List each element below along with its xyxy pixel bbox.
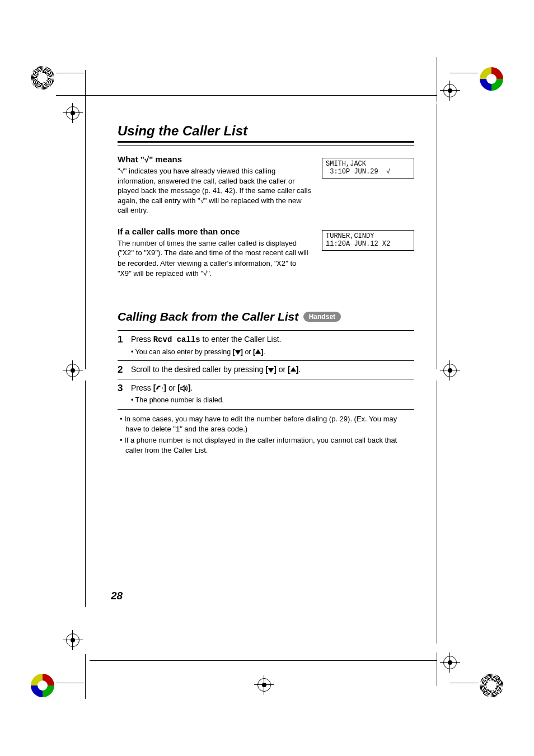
text: or xyxy=(277,365,288,374)
text: " to " xyxy=(132,248,147,257)
crop-mark-bottom-right-rosette xyxy=(480,674,503,697)
key-label: Rcvd calls xyxy=(153,335,200,344)
note-2: • If a phone number is not displayed in … xyxy=(118,435,414,456)
checkmark-symbol: √ xyxy=(144,154,149,164)
text: Press xyxy=(131,383,153,392)
reg-mark-mid-right xyxy=(443,364,457,377)
crop-line xyxy=(85,104,86,369)
lcd-line: SMITH,JACK xyxy=(326,160,366,168)
code-text: X2 xyxy=(277,260,286,268)
crop-line xyxy=(56,683,84,683)
up-arrow-icon xyxy=(255,348,261,356)
multi-heading: If a caller calls more than once xyxy=(118,227,312,236)
text: • You can also enter by pressing xyxy=(131,348,233,356)
down-arrow-icon xyxy=(235,348,241,356)
step-2: 2 Scroll to the desired caller by pressi… xyxy=(118,360,414,379)
calling-back-title: Calling Back from the Caller List xyxy=(118,310,298,323)
lcd-line: TURNER,CINDY xyxy=(326,232,374,240)
reg-mark-bottom-right xyxy=(443,656,457,669)
crop-mark-bottom-left-rosette xyxy=(31,674,54,697)
section-multi-call: If a caller calls more than once The num… xyxy=(118,227,414,279)
crop-line xyxy=(437,104,437,369)
steps-list: 1 Press Rcvd calls to enter the Caller L… xyxy=(118,330,414,410)
checkmark-symbol: √ xyxy=(200,196,204,205)
text: ". xyxy=(207,269,212,278)
crop-line xyxy=(85,654,86,699)
crop-mark-top-left-rosette xyxy=(31,66,54,90)
page-title: Using the Caller List xyxy=(118,123,414,139)
crop-line xyxy=(85,70,86,104)
section-calling-back-header: Calling Back from the Caller List Handse… xyxy=(118,310,414,323)
reg-mark-mid-left xyxy=(66,364,79,377)
note-1: • In some cases, you may have to edit th… xyxy=(118,414,414,434)
step-number: 1 xyxy=(118,334,127,357)
crop-line xyxy=(437,381,437,644)
crop-line xyxy=(90,660,437,661)
step-1: 1 Press Rcvd calls to enter the Caller L… xyxy=(118,330,414,360)
text: to enter the Caller List. xyxy=(200,335,282,344)
crop-mark-top-right-rosette xyxy=(480,67,503,91)
text: or xyxy=(243,348,253,356)
phone-handset-icon xyxy=(156,383,163,392)
checkmark-heading: What "√" means xyxy=(118,154,312,164)
crop-line xyxy=(56,73,84,73)
text: " means xyxy=(149,154,182,164)
checkmark-body: "√" indicates you have already viewed th… xyxy=(118,166,312,215)
reg-mark-top-right xyxy=(443,84,457,97)
step-number: 3 xyxy=(118,383,127,405)
reg-mark-bottom-center xyxy=(257,678,271,692)
step-1-sub: • You can also enter by pressing [] or [… xyxy=(131,348,414,358)
code-text: X9 xyxy=(147,249,156,257)
step-number: 2 xyxy=(118,364,127,375)
crop-line xyxy=(85,381,86,607)
step-3-sub: • The phone number is dialed. xyxy=(131,396,414,406)
up-arrow-icon xyxy=(291,365,296,374)
code-text: X9 xyxy=(120,270,129,278)
text: Scroll to the desired caller by pressing xyxy=(131,365,265,374)
section-checkmark: What "√" means "√" indicates you have al… xyxy=(118,154,414,215)
text: or xyxy=(166,383,177,392)
text: Press xyxy=(131,335,153,344)
page-number: 28 xyxy=(111,590,123,602)
step-3: 3 Press [] or []. • The phone number is … xyxy=(118,379,414,409)
crop-line xyxy=(450,73,478,73)
crop-line xyxy=(437,652,437,686)
notes: • In some cases, you may have to edit th… xyxy=(118,414,414,456)
text: " will be replaced with " xyxy=(129,269,203,278)
lcd-line: 3:10P JUN.29 √ xyxy=(326,168,390,176)
lcd-line: 11:20A JUN.12 X2 xyxy=(326,240,390,248)
text: . xyxy=(298,365,301,374)
crop-line xyxy=(450,683,478,683)
lcd-display-checkmark: SMITH,JACK 3:10P JUN.29 √ xyxy=(322,158,414,179)
text: . xyxy=(263,348,265,356)
page-content: Using the Caller List What "√" means "√"… xyxy=(118,123,414,457)
down-arrow-icon xyxy=(268,365,274,374)
text: . xyxy=(191,383,193,392)
multi-body: The number of times the same caller call… xyxy=(118,238,312,279)
lcd-display-multi: TURNER,CINDY 11:20A JUN.12 X2 xyxy=(322,230,414,251)
crop-line xyxy=(437,57,437,102)
reg-mark-bottom-left xyxy=(66,633,79,647)
speakerphone-icon xyxy=(180,383,188,392)
text: What " xyxy=(118,154,144,164)
handset-pill: Handset xyxy=(303,312,341,322)
title-rule xyxy=(118,141,414,145)
code-text: X2 xyxy=(123,249,132,257)
crop-line xyxy=(56,95,437,96)
checkmark-symbol: √ xyxy=(120,167,124,175)
reg-mark-top-left xyxy=(66,106,79,120)
